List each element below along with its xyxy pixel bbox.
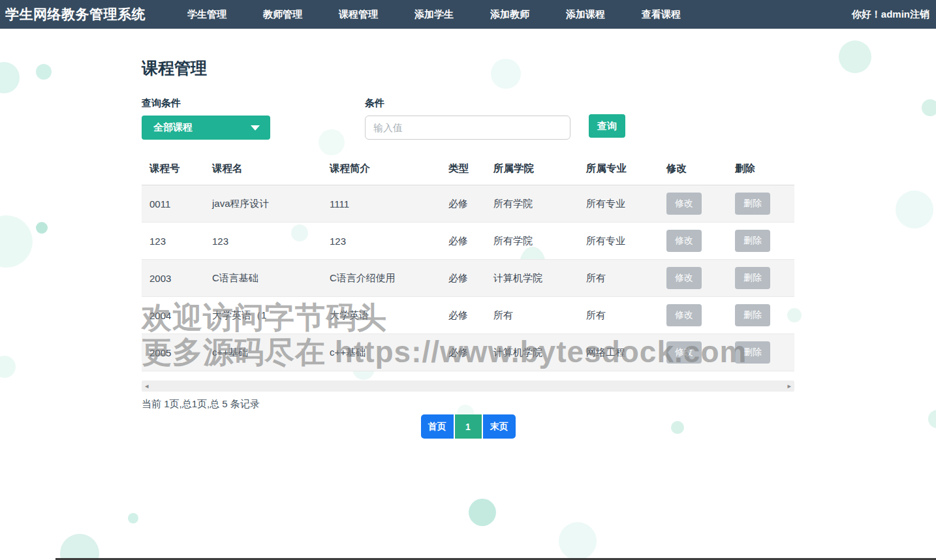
nav-item-add-student[interactable]: 添加学生 xyxy=(396,1,472,29)
cell-course-name: C语言基础 xyxy=(204,260,322,297)
condition-label: 条件 xyxy=(365,97,570,110)
cell-course-intro: 123 xyxy=(322,223,441,260)
cell-college: 所有学院 xyxy=(486,185,578,223)
query-type-label: 查询条件 xyxy=(142,97,270,110)
bg-circle xyxy=(0,356,16,378)
pagination: 首页 1 末页 xyxy=(142,414,794,439)
bg-circle xyxy=(36,64,52,80)
delete-button[interactable]: 删除 xyxy=(735,230,770,252)
cell-course-intro: 大学英语 xyxy=(322,297,441,334)
cell-course-intro: 1111 xyxy=(322,185,441,223)
page-title: 课程管理 xyxy=(142,57,794,79)
bg-circle xyxy=(0,215,33,268)
course-table: 课程号 课程名 课程简介 类型 所属学院 所属专业 修改 删除 0011 jav… xyxy=(142,153,794,371)
cell-course-id: 123 xyxy=(142,223,204,260)
cell-course-id: 2005 xyxy=(142,334,204,371)
cell-college: 所有学院 xyxy=(486,223,578,260)
nav-item-teacher-mgmt[interactable]: 教师管理 xyxy=(245,1,320,29)
nav-item-view-course[interactable]: 查看课程 xyxy=(623,1,699,29)
col-header-college: 所属学院 xyxy=(486,153,578,185)
table-header-row: 课程号 课程名 课程简介 类型 所属学院 所属专业 修改 删除 xyxy=(142,153,794,185)
col-header-edit: 修改 xyxy=(659,153,727,185)
cell-major: 所有专业 xyxy=(578,185,659,223)
table-row: 2004 大学英语（1 大学英语 必修 所有 所有 修改 删除 xyxy=(142,297,794,334)
edit-button[interactable]: 修改 xyxy=(666,267,702,289)
edit-button[interactable]: 修改 xyxy=(666,341,702,364)
cell-major: 网络工程 xyxy=(578,334,659,371)
cell-major: 所有专业 xyxy=(578,223,659,260)
edit-button[interactable]: 修改 xyxy=(666,193,702,215)
col-header-course-intro: 课程简介 xyxy=(322,153,441,185)
delete-button[interactable]: 删除 xyxy=(735,267,770,289)
cell-major: 所有 xyxy=(578,260,659,297)
cell-course-id: 0011 xyxy=(142,185,204,223)
cell-college: 计算机学院 xyxy=(486,334,578,371)
condition-group: 条件 xyxy=(365,97,570,140)
cell-type: 必修 xyxy=(441,185,486,223)
cell-course-id: 2003 xyxy=(142,260,204,297)
bg-circle xyxy=(0,62,20,93)
cell-course-name: c++基础 xyxy=(204,334,322,371)
app-title: 学生网络教务管理系统 xyxy=(0,5,146,23)
cell-course-name: 123 xyxy=(204,223,322,260)
nav-item-add-teacher[interactable]: 添加教师 xyxy=(472,1,548,29)
bg-circle xyxy=(928,410,936,428)
table-row: 0011 java程序设计 1111 必修 所有学院 所有专业 修改 删除 xyxy=(142,185,794,223)
cell-type: 必修 xyxy=(441,334,486,371)
col-header-major: 所属专业 xyxy=(578,153,659,185)
col-header-course-name: 课程名 xyxy=(204,153,322,185)
cell-course-intro: c++基础 xyxy=(322,334,441,371)
cell-type: 必修 xyxy=(441,223,486,260)
delete-button[interactable]: 删除 xyxy=(735,304,770,326)
cell-course-name: java程序设计 xyxy=(204,185,322,223)
delete-button[interactable]: 删除 xyxy=(735,193,770,215)
course-type-select[interactable]: 全部课程 xyxy=(142,116,270,140)
cell-course-name: 大学英语（1 xyxy=(204,297,322,334)
bg-circle xyxy=(922,99,936,116)
bg-circle xyxy=(36,222,48,234)
nav-item-add-course[interactable]: 添加课程 xyxy=(548,1,623,29)
chevron-down-icon xyxy=(251,125,260,131)
col-header-type: 类型 xyxy=(441,153,486,185)
table-row: 2005 c++基础 c++基础 必修 计算机学院 网络工程 修改 删除 xyxy=(142,334,794,371)
cell-major: 所有 xyxy=(578,297,659,334)
table-horizontal-scrollbar[interactable]: ◂ ▸ xyxy=(142,381,794,392)
bg-circle xyxy=(128,513,138,523)
edit-button[interactable]: 修改 xyxy=(666,230,702,252)
bg-circle xyxy=(60,534,99,560)
page-number-button[interactable]: 1 xyxy=(455,414,482,439)
pagination-info: 当前 1页,总1页,总 5 条记录 xyxy=(142,398,794,411)
filter-bar: 查询条件 全部课程 条件 查询 xyxy=(142,97,794,140)
cell-type: 必修 xyxy=(441,260,486,297)
bg-circle xyxy=(896,191,933,228)
nav-item-course-mgmt[interactable]: 课程管理 xyxy=(320,1,396,29)
bg-circle xyxy=(559,522,597,560)
course-type-selected-value: 全部课程 xyxy=(153,121,193,134)
condition-input[interactable] xyxy=(365,116,570,140)
nav-item-student-mgmt[interactable]: 学生管理 xyxy=(169,1,245,29)
first-page-button[interactable]: 首页 xyxy=(421,414,454,439)
cell-course-id: 2004 xyxy=(142,297,204,334)
user-area: 你好！admin注销 xyxy=(852,8,936,21)
cell-college: 所有 xyxy=(486,297,578,334)
scroll-left-arrow-icon[interactable]: ◂ xyxy=(145,382,149,390)
main-content: 课程管理 查询条件 全部课程 条件 查询 课程号 课程名 课程简介 类型 所属 xyxy=(142,57,794,439)
edit-button[interactable]: 修改 xyxy=(666,304,702,326)
bg-circle xyxy=(469,499,496,526)
user-greeting: 你好！admin xyxy=(852,8,910,21)
delete-button[interactable]: 删除 xyxy=(735,341,770,364)
cell-course-intro: C语言介绍使用 xyxy=(322,260,441,297)
last-page-button[interactable]: 末页 xyxy=(483,414,516,439)
cell-type: 必修 xyxy=(441,297,486,334)
col-header-course-id: 课程号 xyxy=(142,153,204,185)
nav-menu: 学生管理 教师管理 课程管理 添加学生 添加教师 添加课程 查看课程 xyxy=(169,1,699,29)
search-button[interactable]: 查询 xyxy=(589,114,625,138)
bg-circle xyxy=(839,40,871,73)
top-navbar: 学生网络教务管理系统 学生管理 教师管理 课程管理 添加学生 添加教师 添加课程… xyxy=(0,0,936,29)
scroll-right-arrow-icon[interactable]: ▸ xyxy=(787,382,791,390)
col-header-delete: 删除 xyxy=(727,153,794,185)
query-type-group: 查询条件 全部课程 xyxy=(142,97,270,140)
table-row: 123 123 123 必修 所有学院 所有专业 修改 删除 xyxy=(142,223,794,260)
logout-link[interactable]: 注销 xyxy=(910,8,929,21)
cell-college: 计算机学院 xyxy=(486,260,578,297)
